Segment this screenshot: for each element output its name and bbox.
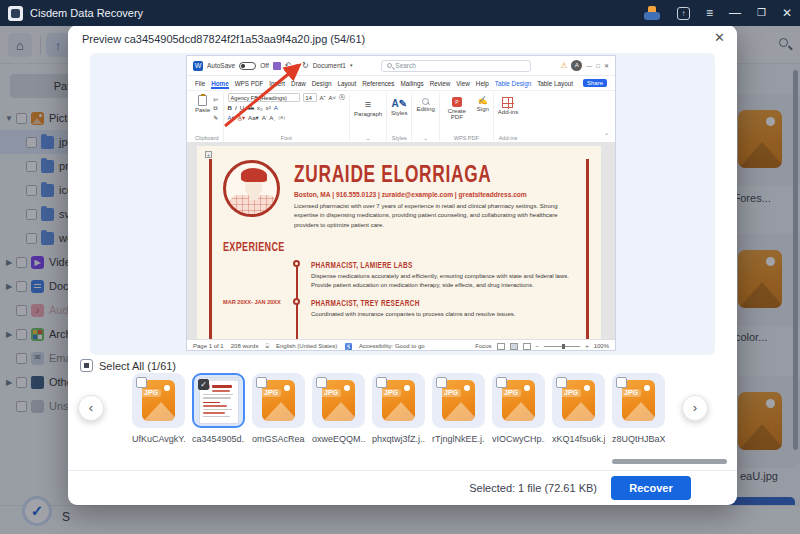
tab-table-layout: Table Layout [537,80,573,87]
thumbnail-item[interactable]: JPG rTjnglNkEE.j... [432,373,485,444]
maximize-icon[interactable]: ❐ [757,8,766,18]
thumbnail-checkbox[interactable] [316,377,327,388]
undo-caret-icon: ▾ [295,63,298,68]
upgrade-crown-icon[interactable] [643,6,661,20]
resume-header: ZURAIDE ELORRIAGA Boston, MA | 916.555.0… [223,160,579,230]
grow-font-icon: Aˆ [320,95,326,101]
accessibility-status: Accessibility: Good to go [359,343,425,349]
collapse-ribbon-icon: ⌃ [602,132,611,141]
tab-layout: Layout [337,80,356,87]
word-maximize-icon: □ [596,63,600,69]
enclose-char-icon: 🄐 [278,113,284,121]
resume-section-heading: EXPERIENCE [223,240,285,254]
change-case-icon: Ⓐ [339,93,345,102]
timeline-node-icon [293,260,300,267]
tab-design: Design [312,80,332,87]
thumbnail-item[interactable]: JPG omGSAcRea... [252,373,305,444]
addins-group: Add-ins Add-ins [494,93,522,141]
document-title: Document1 [313,62,346,69]
focus-label: Focus [475,343,491,349]
web-layout-icon [523,343,531,350]
proofing-icon: ⌸ [265,343,269,350]
minimize-icon[interactable]: — [729,7,741,19]
carousel-left-arrow[interactable]: ‹ [78,395,104,421]
autosave-toggle [239,62,256,70]
word-app-icon: W [193,61,203,71]
paragraph-lines-icon: ≡ [365,99,371,110]
copy-icon: ⧉ [213,105,218,112]
addins-grid-icon [502,97,513,108]
thumbnail-checkbox[interactable] [436,377,447,388]
strikethrough-icon: ab [247,104,254,111]
editing-group: Editing ⌄ [412,93,439,141]
resume-summary: Licensed pharmacist with over 7 years of… [294,202,579,230]
thumbnail-checkbox[interactable] [136,377,147,388]
thumbnail-scrollbar[interactable] [612,459,727,464]
modal-close-icon[interactable]: ✕ [714,30,725,45]
thumbnail-item-selected[interactable]: ✓ [192,373,245,444]
close-icon[interactable]: ✕ [782,7,792,19]
create-pdf-icon: P [452,97,462,107]
subscript-icon: x₂ [257,104,263,111]
wps-pdf-group: P Create PDF ✍ Sign WPS PDF [440,93,494,141]
highlight-icon: A▾ [228,114,235,121]
thumbnail-item[interactable]: JPG oxweEQQM... [312,373,365,444]
preview-image-word-screenshot: W AutoSave Off ↶ ▾ ↻ Document1 ▾ Search … [186,55,616,351]
thumbnail-item[interactable]: JPG xKQ14fsu6k.j... [552,373,605,444]
thumbnail-item[interactable]: JPG phxqtwj3fZ.j... [372,373,425,444]
app-window: Cisdem Data Recovery ↑ ≡ — ❐ ✕ ⌂ ↑ Path … [0,0,800,534]
thumbnail-item[interactable]: JPG vIOCwyCHp... [492,373,545,444]
font-size-select: 14 [303,93,317,102]
zoom-level: 100% [594,343,609,349]
thumbnail-item[interactable]: JPG UfKuCAvgkY.... [132,373,185,444]
word-titlebar: W AutoSave Off ↶ ▾ ↻ Document1 ▾ Search … [187,56,615,76]
select-all-control[interactable]: Select All (1/61) [80,359,176,372]
select-all-checkbox[interactable] [80,359,93,372]
bold-icon: B [228,104,232,111]
language: English (United States) [276,343,337,349]
word-document-area: + ZURAIDE ELORRIAGA Boston, MA | 916.555 [187,143,615,339]
app-titlebar: Cisdem Data Recovery ↑ ≡ — ❐ ✕ [0,0,800,26]
styles-pen-icon: A✎ [391,98,407,109]
tab-insert: Insert [269,80,285,87]
word-count: 208 words [231,343,259,349]
thumbnail-checkbox[interactable] [376,377,387,388]
print-layout-icon [510,343,518,350]
char-shading-icon: Aa▾ [248,114,259,121]
tab-mailings: Mailings [401,80,424,87]
word-ribbon: Paste ✄ ⧉ ✎ Clipboard [187,91,615,143]
word-search-box: Search [381,60,531,72]
resume-name: ZURAIDE ELORRIAGA [294,160,492,188]
thumbnail-checkbox[interactable] [616,377,627,388]
clipboard-group: Paste ✄ ⧉ ✎ Clipboard [191,93,224,141]
undo-icon: ↶ [285,62,292,70]
resume-portrait [223,160,280,217]
clipboard-icon [198,95,207,106]
thumbnail-checkbox[interactable] [256,377,267,388]
thumbnail-checkbox[interactable] [556,377,567,388]
thumbnail-strip: JPG UfKuCAvgkY.... ✓ [132,373,665,444]
carousel-right-arrow[interactable]: › [682,395,708,421]
thumbnail-checkbox-checked[interactable]: ✓ [198,379,209,390]
page-count: Page 1 of 1 [193,343,224,349]
format-painter-icon: ✎ [213,114,218,121]
zoom-slider [544,346,580,347]
thumbnail-item[interactable]: JPG z8UQtHJBaX... [612,373,665,444]
tab-wps-pdf: WPS PDF [235,80,264,87]
search-icon [387,63,392,68]
select-all-label: Select All (1/61) [99,360,176,372]
sign-icon: ✍ [478,97,488,105]
font-color-icon: A̲▾ [238,114,245,121]
tab-help: Help [476,80,489,87]
recover-button[interactable]: Recover [611,476,691,500]
resume-contact: Boston, MA | 916.555.0123 | zuraide@exam… [294,191,579,198]
read-mode-icon [497,343,505,350]
share-box-icon[interactable]: ↑ [677,7,690,20]
thumbnail-checkbox[interactable] [496,377,507,388]
italic-icon: I [235,104,237,111]
modal-title: Preview ca3454905dcd87824f2f1a53aa9f4a20… [82,33,365,45]
doc-caret-icon: ▾ [350,63,353,68]
text-effects-icon: A [274,104,278,111]
menu-icon[interactable]: ≡ [706,7,713,19]
shrink-font-icon: A˅ [329,95,337,101]
